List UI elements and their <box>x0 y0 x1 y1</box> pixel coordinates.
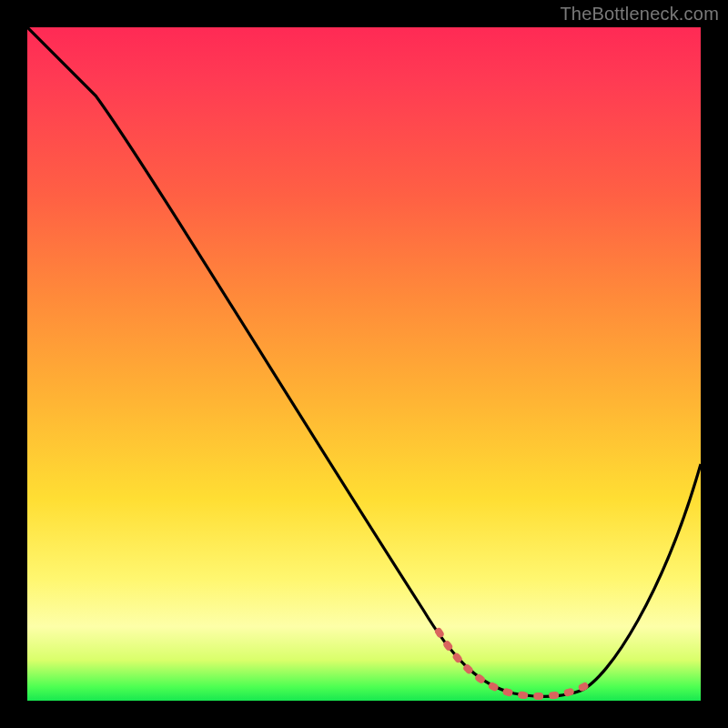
optimal-zone-dots <box>439 632 592 696</box>
curve-path <box>27 27 701 696</box>
attribution-label: TheBottleneck.com <box>560 4 719 25</box>
chart-frame: TheBottleneck.com <box>0 0 728 728</box>
bottleneck-curve <box>27 27 701 701</box>
chart-plot-area <box>27 27 701 701</box>
